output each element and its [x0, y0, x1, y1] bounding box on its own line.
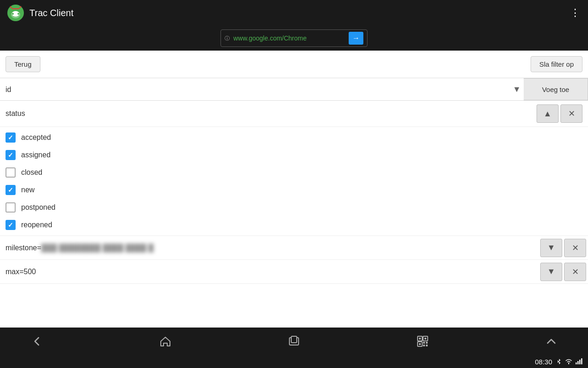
max-move-down-button[interactable]: ▼ [540, 263, 562, 281]
accepted-label: accepted [21, 133, 51, 142]
chrome-bar: ⓘ www.google.com/Chrome → [0, 26, 588, 51]
milestone-value-blurred: ███ ████████ ████ ████ █ [41, 244, 154, 252]
list-item: closed [6, 164, 582, 181]
list-item: postponed [6, 199, 582, 216]
chrome-url: www.google.com/Chrome [233, 34, 345, 42]
svg-rect-13 [419, 338, 421, 339]
max-remove-button[interactable]: ✕ [564, 263, 586, 281]
filter-row: id status milestone component version ow… [0, 78, 588, 101]
status-move-up-button[interactable]: ▲ [537, 104, 559, 123]
svg-rect-19 [426, 345, 428, 346]
chrome-arrow-button[interactable]: → [349, 32, 363, 45]
svg-rect-15 [419, 343, 421, 345]
status-bar: 08:30 [0, 355, 588, 368]
wifi-icon [565, 358, 572, 366]
svg-rect-17 [426, 342, 428, 344]
svg-rect-14 [424, 338, 426, 339]
milestone-filter-text: milestone=███ ████████ ████ ████ █ [0, 238, 540, 258]
status-icons [556, 358, 582, 366]
svg-point-3 [12, 13, 14, 15]
back-button[interactable]: Terug [6, 56, 40, 72]
save-filter-button[interactable]: Sla filter op [531, 56, 582, 72]
svg-rect-20 [576, 362, 577, 364]
signal-icon [575, 358, 582, 366]
max-filter-text: max=500 [0, 262, 540, 282]
list-item: accepted [6, 129, 582, 146]
postponed-label: postponed [21, 203, 56, 212]
milestone-prefix: milestone= [6, 244, 41, 252]
nav-bar [0, 328, 588, 355]
svg-rect-23 [581, 358, 582, 364]
new-checkbox[interactable] [6, 185, 16, 195]
status-section-label: status [6, 109, 535, 118]
nav-back-icon[interactable] [28, 332, 46, 351]
svg-point-4 [17, 13, 19, 15]
postponed-checkbox[interactable] [6, 202, 16, 213]
nav-recent-icon[interactable] [285, 332, 303, 351]
menu-icon[interactable]: ⋮ [570, 7, 581, 19]
reopened-checkbox[interactable] [6, 220, 16, 230]
accepted-checkbox[interactable] [6, 132, 16, 143]
chrome-notification: ⓘ www.google.com/Chrome → [220, 29, 368, 47]
app-bar: Trac Client ⋮ [0, 0, 588, 26]
closed-label: closed [21, 168, 42, 177]
add-filter-button[interactable]: Voeg toe [524, 78, 588, 100]
svg-rect-22 [579, 360, 581, 364]
nav-qr-icon[interactable] [413, 332, 432, 351]
bluetooth-icon [556, 358, 562, 366]
nav-up-icon[interactable] [542, 332, 560, 351]
svg-rect-5 [12, 8, 19, 9]
max-filter-row: max=500 ▼ ✕ [0, 260, 588, 284]
status-remove-button[interactable]: ✕ [560, 104, 582, 123]
reopened-label: reopened [21, 221, 52, 229]
filter-field-select[interactable]: id status milestone component version ow… [0, 80, 510, 99]
closed-checkbox[interactable] [6, 167, 16, 178]
status-section-header: status ▲ ✕ [0, 101, 588, 127]
nav-home-icon[interactable] [156, 332, 175, 351]
filter-dropdown-arrow-icon[interactable]: ▼ [510, 78, 524, 100]
svg-rect-21 [577, 361, 579, 364]
chrome-info-icon: ⓘ [225, 35, 230, 42]
milestone-move-down-button[interactable]: ▼ [540, 239, 562, 257]
milestone-remove-button[interactable]: ✕ [564, 239, 586, 257]
assigned-checkbox[interactable] [6, 150, 16, 160]
list-item: assigned [6, 146, 582, 164]
list-item: reopened [6, 216, 582, 234]
app-title: Trac Client [29, 8, 570, 18]
svg-rect-18 [423, 345, 425, 346]
status-checkbox-list: accepted assigned closed new postponed r… [0, 127, 588, 236]
new-label: new [21, 186, 34, 194]
status-time: 08:30 [535, 358, 552, 366]
app-icon [7, 5, 24, 21]
list-item: new [6, 181, 582, 199]
toolbar-row: Terug Sla filter op [0, 51, 588, 78]
assigned-label: assigned [21, 151, 51, 159]
milestone-filter-row: milestone=███ ████████ ████ ████ █ ▼ ✕ [0, 236, 588, 260]
main-content: Terug Sla filter op id status milestone … [0, 51, 588, 328]
svg-rect-16 [423, 342, 425, 344]
svg-rect-9 [291, 336, 297, 343]
